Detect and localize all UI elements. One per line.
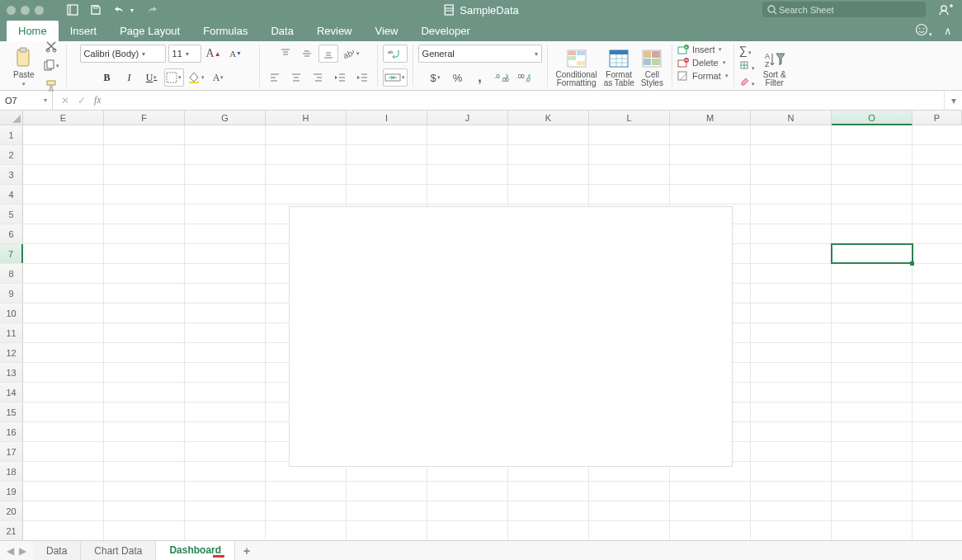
cell[interactable] [104,244,185,263]
sheet-tab-chart-data[interactable]: Chart Data [81,541,156,560]
customize-qat-icon[interactable] [67,4,78,16]
row-header[interactable]: 9 [0,284,23,303]
font-size-select[interactable]: 11▾ [168,45,201,63]
cell[interactable] [185,165,266,184]
format-cells-button[interactable]: Format▾ [677,71,729,81]
cell[interactable] [23,165,104,184]
underline-button[interactable]: U▾ [142,68,162,87]
insert-cells-button[interactable]: +Insert▾ [677,45,729,54]
column-header[interactable]: J [427,111,508,125]
zoom-window-icon[interactable] [35,6,44,15]
minimize-window-icon[interactable] [21,6,30,15]
cell[interactable] [427,482,508,501]
cell[interactable] [104,125,185,144]
cell[interactable] [23,363,104,382]
align-center-icon[interactable] [286,68,306,87]
column-header[interactable]: G [185,111,266,125]
undo-dropdown-icon[interactable]: ▾ [130,7,134,14]
cell[interactable] [185,462,266,481]
cell[interactable] [23,264,104,283]
cell[interactable] [751,501,832,520]
decrease-indent-icon[interactable] [330,68,350,87]
cell[interactable] [508,125,589,144]
increase-font-icon[interactable]: A▲ [204,45,224,63]
cell[interactable] [185,343,266,362]
cell[interactable] [589,125,670,144]
cell[interactable] [832,363,912,382]
cell[interactable] [508,185,589,204]
cell[interactable] [347,501,427,520]
cell[interactable] [832,185,912,204]
cell[interactable] [23,304,104,322]
row-header[interactable]: 4 [0,185,23,204]
row-header[interactable]: 17 [0,442,23,461]
cell[interactable] [104,422,185,441]
sheet-tab-data[interactable]: Data [33,541,81,560]
cell[interactable] [23,244,104,263]
align-left-icon[interactable] [265,68,285,87]
row-header[interactable]: 19 [0,482,23,501]
cell[interactable] [751,402,832,421]
number-format-select[interactable]: General▾ [418,45,542,63]
tab-formulas[interactable]: Formulas [191,21,259,41]
cell[interactable] [23,462,104,481]
font-color-button[interactable]: A▾ [209,68,229,87]
cell[interactable] [104,323,185,342]
cell[interactable] [832,521,912,540]
cell[interactable] [912,482,962,501]
cell[interactable] [104,165,185,184]
cell[interactable] [751,185,832,204]
cell[interactable] [912,244,962,263]
cell[interactable] [670,165,751,184]
cell[interactable] [912,343,962,362]
cell[interactable] [185,363,266,382]
row-header[interactable]: 14 [0,383,23,402]
cell[interactable] [23,224,104,243]
cell[interactable] [832,284,912,303]
cell[interactable] [185,442,266,461]
cell[interactable] [185,422,266,441]
cell[interactable] [832,244,912,263]
merge-center-button[interactable]: ▾ [383,68,408,87]
tab-data[interactable]: Data [259,21,304,41]
cell[interactable] [104,402,185,421]
cell[interactable] [751,383,832,402]
cell[interactable] [751,442,832,461]
tab-page-layout[interactable]: Page Layout [108,21,191,41]
row-header[interactable]: 16 [0,422,23,441]
tab-insert[interactable]: Insert [59,21,109,41]
borders-button[interactable]: ▾ [164,68,184,87]
cell[interactable] [751,264,832,283]
sheet-nav-next-icon[interactable]: ▶ [19,545,26,557]
bold-button[interactable]: B [97,68,117,87]
cell[interactable] [185,125,266,144]
cell[interactable] [751,125,832,144]
column-header[interactable]: P [912,111,962,125]
cell[interactable] [104,442,185,461]
cell[interactable] [670,521,751,540]
cell[interactable] [912,185,962,204]
cell[interactable] [912,462,962,481]
feedback-icon[interactable]: ▾ [915,23,932,39]
cell[interactable] [104,363,185,382]
add-sheet-button[interactable]: + [235,544,258,558]
cell[interactable] [185,402,266,421]
cell[interactable] [832,482,912,501]
cell[interactable] [23,521,104,540]
align-bottom-icon[interactable] [318,45,338,63]
cell[interactable] [751,363,832,382]
format-as-table-button[interactable]: Format as Table [601,45,638,87]
cell[interactable] [912,442,962,461]
row-header[interactable]: 2 [0,145,23,164]
name-box[interactable]: O7▾ [0,91,53,110]
column-header[interactable]: F [104,111,185,125]
cell[interactable] [427,501,508,520]
cell[interactable] [832,383,912,402]
cell[interactable] [751,304,832,322]
cell-styles-button[interactable]: Cell Styles [638,45,667,87]
cell[interactable] [427,145,508,164]
cell[interactable] [832,145,912,164]
decrease-decimal-button[interactable]: .00.0 [515,68,535,87]
column-header[interactable]: M [670,111,751,125]
cell[interactable] [832,125,912,144]
